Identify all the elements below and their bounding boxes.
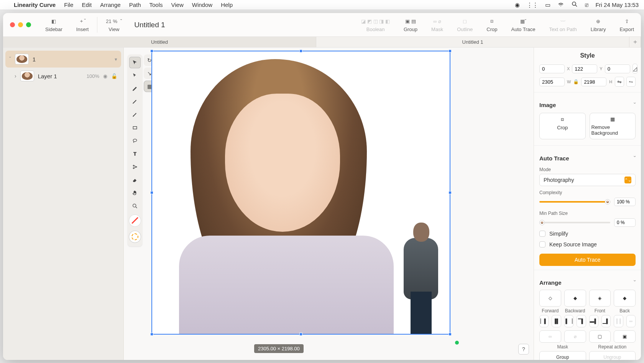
- back-button[interactable]: ◆: [614, 290, 636, 307]
- pen-tool[interactable]: [129, 83, 141, 94]
- slider-thumb[interactable]: [539, 220, 545, 225]
- crop-button[interactable]: ⧈Crop: [539, 113, 586, 139]
- chevron-right-icon[interactable]: ›: [15, 73, 16, 79]
- label-icon[interactable]: ▾: [115, 56, 117, 62]
- library-button[interactable]: ⊕ Library: [584, 13, 613, 36]
- text-on-path-tool[interactable]: 〰 Text on Path: [542, 13, 583, 36]
- select-tool[interactable]: [129, 57, 141, 68]
- resize-handle[interactable]: [449, 50, 452, 53]
- lock-icon[interactable]: 🔓: [111, 73, 117, 79]
- distribute-v-button[interactable]: ═: [626, 315, 636, 327]
- resize-handle[interactable]: [299, 333, 302, 336]
- canvas[interactable]: ↻ ↘ ▦: [124, 48, 534, 360]
- flip-h-icon[interactable]: ⇋: [615, 77, 624, 87]
- forward-button[interactable]: ◇: [539, 290, 561, 307]
- node-tool[interactable]: [129, 70, 141, 81]
- battery-icon[interactable]: ▭: [545, 2, 550, 8]
- mask-create-button[interactable]: ∞: [539, 330, 561, 343]
- visibility-icon[interactable]: ◉: [103, 73, 107, 79]
- eraser-tool[interactable]: [129, 174, 141, 186]
- auto-trace-tool[interactable]: ▦ˇ Auto Trace: [504, 13, 542, 36]
- distribute-h-button[interactable]: ║║: [614, 315, 623, 327]
- brush-tool[interactable]: [129, 109, 141, 120]
- insert-button[interactable]: ＋ˇ Insert: [69, 13, 96, 36]
- minpath-slider[interactable]: [539, 222, 610, 223]
- menu-help[interactable]: Help: [221, 2, 233, 8]
- resize-handle[interactable]: [150, 50, 153, 53]
- export-button[interactable]: ⇪ Export: [613, 13, 641, 36]
- stroke-colorwell[interactable]: [129, 231, 141, 243]
- close-button[interactable]: [10, 22, 15, 27]
- menu-path[interactable]: Path: [129, 2, 141, 8]
- align-center-v-button[interactable]: ▬▌: [589, 315, 598, 327]
- layer-group[interactable]: ˇ 1 ▾: [5, 51, 121, 68]
- auto-trace-button[interactable]: Auto Trace: [539, 254, 636, 266]
- zoom-button[interactable]: [26, 22, 31, 27]
- datetime[interactable]: Fri 24 May 13:53: [595, 2, 639, 8]
- resize-handle[interactable]: [449, 191, 452, 194]
- fill-colorwell[interactable]: [129, 215, 141, 226]
- dots-icon[interactable]: ⋮⋮: [527, 2, 538, 8]
- simplify-checkbox[interactable]: Simplify: [534, 228, 641, 239]
- help-button[interactable]: ?: [518, 344, 529, 355]
- lasso-tool[interactable]: [129, 135, 141, 147]
- mode-select[interactable]: Photography ⌃⌄: [539, 174, 636, 186]
- align-bottom-button[interactable]: ▁▌: [601, 315, 611, 327]
- pencil-tool[interactable]: [129, 96, 141, 107]
- control-center-icon[interactable]: ⎚: [585, 2, 588, 8]
- wifi-icon[interactable]: [557, 1, 564, 9]
- shape-tool[interactable]: [129, 122, 141, 134]
- resize-handle[interactable]: [150, 333, 153, 336]
- sidebar-toggle[interactable]: ◧ Sidebar: [38, 13, 69, 36]
- front-button[interactable]: ◈: [589, 290, 611, 307]
- width-field[interactable]: [539, 78, 565, 86]
- zoom-control[interactable]: 21 %ˇ View: [99, 13, 129, 36]
- complexity-slider[interactable]: [539, 201, 610, 203]
- slider-thumb[interactable]: [605, 199, 610, 205]
- minimize-button[interactable]: [18, 22, 23, 27]
- chevron-down-icon[interactable]: ˇ: [634, 155, 636, 162]
- zoom-tool[interactable]: [129, 200, 141, 212]
- complexity-value[interactable]: [614, 198, 636, 206]
- group-tool[interactable]: ▣ ▤ Group: [397, 13, 424, 36]
- tab-untitled-1[interactable]: Untitled 1: [316, 37, 629, 47]
- chevron-down-icon[interactable]: ˇ: [634, 102, 636, 108]
- screenrec-icon[interactable]: ◉: [515, 2, 520, 8]
- menu-edit[interactable]: Edit: [82, 2, 92, 8]
- ungroup-button[interactable]: Ungroup: [589, 351, 636, 360]
- height-field[interactable]: [581, 78, 606, 86]
- angle-icon[interactable]: ◿: [632, 64, 637, 74]
- menu-file[interactable]: File: [64, 2, 73, 8]
- align-top-button[interactable]: ▔▌: [577, 315, 586, 327]
- minpath-value[interactable]: [614, 218, 636, 227]
- x-field[interactable]: [539, 64, 565, 73]
- flip-v-icon[interactable]: ⥊: [626, 77, 636, 87]
- menu-view[interactable]: View: [171, 2, 184, 8]
- crop-tool[interactable]: ⧈ Crop: [480, 13, 504, 36]
- group-button[interactable]: Group: [539, 351, 586, 360]
- selected-image[interactable]: [151, 51, 450, 335]
- repeat-button[interactable]: ▢: [589, 330, 611, 343]
- align-left-button[interactable]: ▏▌: [539, 315, 549, 327]
- rotation-handle[interactable]: [455, 341, 459, 345]
- menu-tools[interactable]: Tools: [149, 2, 163, 8]
- hand-tool[interactable]: [129, 187, 141, 199]
- y-field[interactable]: [605, 64, 630, 73]
- backward-button[interactable]: ◆: [564, 290, 586, 307]
- scissors-tool[interactable]: [129, 161, 141, 173]
- resize-handle[interactable]: [299, 50, 302, 53]
- menu-arrange[interactable]: Arrange: [100, 2, 120, 8]
- menu-window[interactable]: Window: [192, 2, 212, 8]
- boolean-tool[interactable]: ◪ ◩ ◫ ◨ ◧ Boolean: [354, 13, 396, 36]
- search-icon[interactable]: [571, 1, 578, 9]
- rotation-field[interactable]: [572, 64, 597, 73]
- new-tab-button[interactable]: ＋: [629, 37, 641, 47]
- repeat-radial-button[interactable]: ▣: [614, 330, 636, 343]
- outline-tool[interactable]: ◻ Outline: [450, 13, 480, 36]
- remove-bg-button[interactable]: ▦Remove Background: [590, 113, 636, 139]
- layer-row[interactable]: › Layer 1 100% ◉ 🔓: [5, 68, 121, 84]
- align-center-h-button[interactable]: ▐▌: [552, 315, 561, 327]
- chevron-down-icon[interactable]: ˇ: [9, 56, 11, 62]
- text-tool[interactable]: [129, 148, 141, 160]
- resize-handle[interactable]: [449, 333, 452, 336]
